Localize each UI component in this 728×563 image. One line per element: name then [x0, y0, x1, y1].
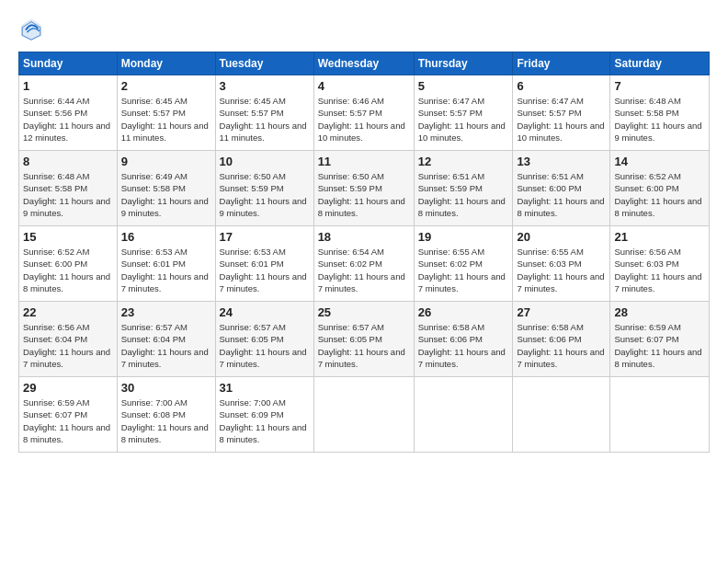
day-header-wednesday: Wednesday: [313, 52, 414, 75]
day-info: Sunrise: 6:54 AMSunset: 6:02 PMDaylight:…: [318, 246, 410, 294]
day-info: Sunrise: 6:56 AMSunset: 6:03 PMDaylight:…: [614, 246, 705, 294]
day-info: Sunrise: 6:56 AMSunset: 6:04 PMDaylight:…: [23, 321, 113, 370]
day-cell-23: 23Sunrise: 6:57 AMSunset: 6:04 PMDayligh…: [117, 302, 215, 377]
calendar-week-3: 15Sunrise: 6:52 AMSunset: 6:00 PMDayligh…: [19, 226, 710, 302]
day-cell-30: 30Sunrise: 7:00 AMSunset: 6:08 PMDayligh…: [117, 377, 215, 453]
day-cell-27: 27Sunrise: 6:58 AMSunset: 6:06 PMDayligh…: [513, 302, 610, 377]
day-cell-6: 6Sunrise: 6:47 AMSunset: 5:57 PMDaylight…: [513, 75, 610, 151]
day-info: Sunrise: 6:53 AMSunset: 6:01 PMDaylight:…: [121, 246, 211, 294]
day-number: 2: [121, 79, 211, 93]
day-info: Sunrise: 6:59 AMSunset: 6:07 PMDaylight:…: [23, 396, 113, 445]
day-info: Sunrise: 6:58 AMSunset: 6:06 PMDaylight:…: [418, 321, 509, 370]
day-number: 20: [517, 230, 606, 244]
day-cell-16: 16Sunrise: 6:53 AMSunset: 6:01 PMDayligh…: [117, 226, 215, 302]
calendar-week-1: 1Sunrise: 6:44 AMSunset: 5:56 PMDaylight…: [19, 75, 710, 151]
day-cell-17: 17Sunrise: 6:53 AMSunset: 6:01 PMDayligh…: [215, 226, 313, 302]
day-header-monday: Monday: [117, 52, 215, 75]
day-info: Sunrise: 6:55 AMSunset: 6:03 PMDaylight:…: [517, 246, 606, 294]
day-info: Sunrise: 6:50 AMSunset: 5:59 PMDaylight:…: [318, 170, 410, 219]
day-number: 26: [418, 305, 509, 319]
day-cell-5: 5Sunrise: 6:47 AMSunset: 5:57 PMDaylight…: [414, 75, 513, 151]
day-number: 12: [418, 155, 509, 168]
day-cell-21: 21Sunrise: 6:56 AMSunset: 6:03 PMDayligh…: [610, 226, 710, 302]
day-info: Sunrise: 6:57 AMSunset: 6:05 PMDaylight:…: [318, 321, 410, 370]
header: [18, 17, 710, 42]
day-number: 15: [23, 230, 113, 244]
day-number: 8: [23, 155, 113, 168]
calendar-body: 1Sunrise: 6:44 AMSunset: 5:56 PMDaylight…: [19, 75, 710, 453]
day-number: 10: [220, 155, 310, 168]
day-cell-13: 13Sunrise: 6:51 AMSunset: 6:00 PMDayligh…: [513, 151, 610, 226]
day-number: 23: [121, 305, 211, 319]
day-cell-28: 28Sunrise: 6:59 AMSunset: 6:07 PMDayligh…: [610, 302, 710, 377]
day-cell-29: 29Sunrise: 6:59 AMSunset: 6:07 PMDayligh…: [19, 377, 118, 453]
day-header-friday: Friday: [513, 52, 610, 75]
day-cell-22: 22Sunrise: 6:56 AMSunset: 6:04 PMDayligh…: [19, 302, 118, 377]
page: SundayMondayTuesdayWednesdayThursdayFrid…: [0, 0, 728, 462]
day-info: Sunrise: 6:52 AMSunset: 6:00 PMDaylight:…: [614, 170, 705, 219]
day-info: Sunrise: 6:45 AMSunset: 5:57 PMDaylight:…: [220, 95, 310, 144]
day-info: Sunrise: 6:51 AMSunset: 6:00 PMDaylight:…: [517, 170, 606, 219]
day-number: 3: [220, 79, 310, 93]
calendar-header: SundayMondayTuesdayWednesdayThursdayFrid…: [19, 52, 710, 75]
day-number: 28: [614, 305, 705, 319]
day-number: 21: [614, 230, 705, 244]
day-info: Sunrise: 6:47 AMSunset: 5:57 PMDaylight:…: [418, 95, 509, 144]
day-cell-18: 18Sunrise: 6:54 AMSunset: 6:02 PMDayligh…: [313, 226, 414, 302]
day-number: 19: [418, 230, 509, 244]
day-number: 9: [121, 155, 211, 168]
day-number: 5: [418, 79, 509, 93]
day-cell-24: 24Sunrise: 6:57 AMSunset: 6:05 PMDayligh…: [215, 302, 313, 377]
day-info: Sunrise: 6:52 AMSunset: 6:00 PMDaylight:…: [23, 246, 113, 294]
day-cell-15: 15Sunrise: 6:52 AMSunset: 6:00 PMDayligh…: [19, 226, 118, 302]
day-info: Sunrise: 6:55 AMSunset: 6:02 PMDaylight:…: [418, 246, 509, 294]
day-info: Sunrise: 7:00 AMSunset: 6:08 PMDaylight:…: [121, 396, 211, 445]
day-number: 18: [318, 230, 410, 244]
calendar-week-5: 29Sunrise: 6:59 AMSunset: 6:07 PMDayligh…: [19, 377, 710, 453]
day-cell-25: 25Sunrise: 6:57 AMSunset: 6:05 PMDayligh…: [313, 302, 414, 377]
day-number: 17: [220, 230, 310, 244]
day-number: 30: [121, 381, 211, 395]
day-info: Sunrise: 6:49 AMSunset: 5:58 PMDaylight:…: [121, 170, 211, 219]
day-info: Sunrise: 6:48 AMSunset: 5:58 PMDaylight:…: [23, 170, 113, 219]
empty-cell: [414, 377, 513, 453]
logo: [18, 17, 48, 42]
calendar-week-4: 22Sunrise: 6:56 AMSunset: 6:04 PMDayligh…: [19, 302, 710, 377]
calendar-week-2: 8Sunrise: 6:48 AMSunset: 5:58 PMDaylight…: [19, 151, 710, 226]
day-cell-12: 12Sunrise: 6:51 AMSunset: 5:59 PMDayligh…: [414, 151, 513, 226]
day-number: 16: [121, 230, 211, 244]
day-number: 4: [318, 79, 410, 93]
day-cell-20: 20Sunrise: 6:55 AMSunset: 6:03 PMDayligh…: [513, 226, 610, 302]
day-cell-26: 26Sunrise: 6:58 AMSunset: 6:06 PMDayligh…: [414, 302, 513, 377]
day-cell-4: 4Sunrise: 6:46 AMSunset: 5:57 PMDaylight…: [313, 75, 414, 151]
day-number: 1: [23, 79, 113, 93]
day-number: 25: [318, 305, 410, 319]
day-info: Sunrise: 6:48 AMSunset: 5:58 PMDaylight:…: [614, 95, 705, 144]
day-cell-11: 11Sunrise: 6:50 AMSunset: 5:59 PMDayligh…: [313, 151, 414, 226]
day-number: 22: [23, 305, 113, 319]
day-number: 27: [517, 305, 606, 319]
day-info: Sunrise: 7:00 AMSunset: 6:09 PMDaylight:…: [220, 396, 310, 445]
day-info: Sunrise: 6:46 AMSunset: 5:57 PMDaylight:…: [318, 95, 410, 144]
day-number: 31: [220, 381, 310, 395]
day-number: 11: [318, 155, 410, 168]
day-cell-2: 2Sunrise: 6:45 AMSunset: 5:57 PMDaylight…: [117, 75, 215, 151]
day-info: Sunrise: 6:50 AMSunset: 5:59 PMDaylight:…: [220, 170, 310, 219]
header-row: SundayMondayTuesdayWednesdayThursdayFrid…: [19, 52, 710, 75]
day-cell-1: 1Sunrise: 6:44 AMSunset: 5:56 PMDaylight…: [19, 75, 118, 151]
day-cell-9: 9Sunrise: 6:49 AMSunset: 5:58 PMDaylight…: [117, 151, 215, 226]
logo-icon: [18, 17, 44, 42]
day-info: Sunrise: 6:51 AMSunset: 5:59 PMDaylight:…: [418, 170, 509, 219]
empty-cell: [313, 377, 414, 453]
day-number: 6: [517, 79, 606, 93]
day-cell-7: 7Sunrise: 6:48 AMSunset: 5:58 PMDaylight…: [610, 75, 710, 151]
day-number: 14: [614, 155, 705, 168]
day-header-tuesday: Tuesday: [215, 52, 313, 75]
day-cell-3: 3Sunrise: 6:45 AMSunset: 5:57 PMDaylight…: [215, 75, 313, 151]
day-number: 29: [23, 381, 113, 395]
day-cell-31: 31Sunrise: 7:00 AMSunset: 6:09 PMDayligh…: [215, 377, 313, 453]
day-info: Sunrise: 6:53 AMSunset: 6:01 PMDaylight:…: [220, 246, 310, 294]
day-info: Sunrise: 6:57 AMSunset: 6:04 PMDaylight:…: [121, 321, 211, 370]
day-cell-19: 19Sunrise: 6:55 AMSunset: 6:02 PMDayligh…: [414, 226, 513, 302]
day-cell-14: 14Sunrise: 6:52 AMSunset: 6:00 PMDayligh…: [610, 151, 710, 226]
